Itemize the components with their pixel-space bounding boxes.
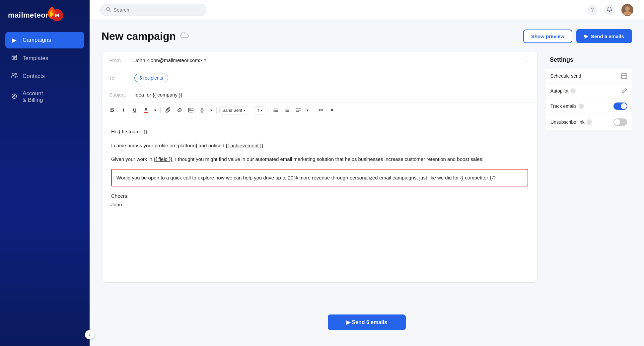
notifications-button[interactable] bbox=[604, 5, 615, 15]
send-emails-button[interactable]: ▶ Send 5 emails bbox=[576, 29, 632, 43]
firstname-var: {{ firstname }} bbox=[117, 129, 147, 134]
toggle-knob-unsubscribe bbox=[614, 119, 620, 125]
setting-row-schedule: Schedule send bbox=[546, 69, 632, 83]
sidebar-collapse-button[interactable]: ‹ bbox=[85, 330, 94, 339]
svg-point-22 bbox=[274, 110, 275, 111]
formatting-toolbar: B I U A ▾ bbox=[102, 103, 537, 118]
show-preview-button[interactable]: Show preview bbox=[523, 30, 572, 43]
svg-point-19 bbox=[189, 109, 190, 110]
align-arrow[interactable]: ▾ bbox=[305, 105, 310, 115]
email-value-prop: Given your work in {{ field }}, I though… bbox=[111, 155, 528, 164]
autopilot-info-icon[interactable]: i bbox=[570, 88, 576, 94]
user-avatar[interactable] bbox=[621, 4, 633, 16]
help-icon: ? bbox=[591, 7, 594, 13]
personalized-text: personalized bbox=[350, 175, 378, 180]
schedule-send-button[interactable] bbox=[621, 73, 627, 79]
unsubscribe-toggle[interactable] bbox=[613, 118, 627, 126]
toolbar-divider-2 bbox=[216, 107, 217, 113]
scroll-indicator bbox=[102, 283, 632, 311]
bold-button[interactable]: B bbox=[107, 105, 117, 115]
campaigns-icon: ▶ bbox=[11, 36, 18, 44]
field-var: {{ field }} bbox=[154, 156, 172, 162]
track-emails-info-icon[interactable]: i bbox=[579, 104, 584, 109]
content-area: New campaign Show preview ▶ Send 5 email… bbox=[90, 20, 644, 346]
sidebar-item-label-account: Account& Billing bbox=[23, 90, 43, 104]
underline-button[interactable]: U bbox=[130, 105, 140, 115]
setting-row-unsubscribe: Unsubscribe link i bbox=[546, 114, 632, 130]
sidebar-item-label-campaigns: Campaigns bbox=[23, 37, 51, 43]
sidebar-item-account[interactable]: Account& Billing bbox=[5, 86, 84, 108]
search-box[interactable] bbox=[100, 4, 206, 16]
help-button[interactable]: ? bbox=[587, 5, 598, 15]
from-label: From bbox=[109, 57, 129, 63]
track-emails-toggle[interactable] bbox=[613, 103, 627, 110]
recipients-badge[interactable]: 5 recipients bbox=[134, 74, 168, 82]
color-picker-arrow[interactable]: ▾ bbox=[152, 105, 158, 115]
schedule-send-label: Schedule send bbox=[550, 73, 581, 79]
setting-row-autopilot: Autopilot i bbox=[546, 84, 632, 98]
font-family-arrow: ▾ bbox=[244, 108, 245, 112]
align-button[interactable] bbox=[294, 105, 304, 115]
logo-text: mailmeteor bbox=[8, 11, 48, 20]
autopilot-text: Autopilot bbox=[550, 88, 568, 94]
svg-rect-35 bbox=[621, 74, 627, 79]
bottom-send-label: ▶ Send 5 emails bbox=[346, 319, 387, 325]
font-family-dropdown[interactable]: Sans Serif ▾ bbox=[219, 106, 248, 114]
image-button[interactable] bbox=[186, 105, 196, 115]
sidebar-item-contacts[interactable]: Contacts bbox=[5, 68, 84, 84]
svg-point-17 bbox=[625, 6, 630, 11]
link-button[interactable] bbox=[175, 105, 184, 115]
sidebar-item-campaigns[interactable]: ▶ Campaigns bbox=[5, 32, 84, 48]
settings-panel: Settings Schedule send bbox=[546, 51, 632, 283]
templates-icon bbox=[11, 54, 18, 62]
text-color-button[interactable]: A bbox=[141, 105, 151, 115]
from-value: John <john@mailmeteor.com> ▾ bbox=[134, 57, 518, 63]
header-actions: Show preview ▶ Send 5 emails bbox=[523, 29, 632, 43]
svg-point-9 bbox=[14, 95, 15, 97]
unsubscribe-info-icon[interactable]: i bbox=[587, 119, 592, 125]
search-input[interactable] bbox=[113, 7, 201, 13]
subject-text: Idea for {{ company }} bbox=[134, 92, 182, 98]
from-dropdown[interactable]: John <john@mailmeteor.com> ▾ bbox=[134, 57, 206, 63]
unsubscribe-label: Unsubscribe link i bbox=[550, 119, 592, 125]
field-menu-button[interactable]: ⋮ bbox=[524, 56, 530, 64]
sidebar-item-label-contacts: Contacts bbox=[23, 73, 45, 80]
sidebar-item-label-templates: Templates bbox=[23, 55, 48, 62]
collapse-icon: ‹ bbox=[89, 332, 90, 337]
italic-button[interactable]: I bbox=[118, 105, 128, 115]
toggle-knob bbox=[621, 103, 627, 109]
topbar: ? bbox=[90, 0, 644, 20]
sidebar: mailmeteor M ▶ Campaigns bbox=[0, 0, 90, 346]
svg-point-7 bbox=[15, 74, 17, 75]
page-header: New campaign Show preview ▶ Send 5 email… bbox=[102, 29, 632, 43]
competitor-var: {{ competitor }} bbox=[460, 175, 493, 180]
code-button[interactable]: <> bbox=[316, 105, 326, 115]
unsubscribe-text: Unsubscribe link bbox=[550, 119, 585, 125]
unordered-list-button[interactable] bbox=[271, 105, 281, 115]
ordered-list-button[interactable]: 1. 2. 3. bbox=[282, 105, 292, 115]
search-icon bbox=[106, 7, 111, 13]
email-intro: I came across your profile on [platform]… bbox=[111, 141, 528, 150]
sidebar-item-templates[interactable]: Templates bbox=[5, 50, 84, 67]
autopilot-button[interactable] bbox=[621, 88, 627, 94]
email-body[interactable]: Hi {{ firstname }}, I came across your p… bbox=[102, 118, 537, 282]
setting-row-track-emails: Track emails i bbox=[546, 99, 632, 114]
scroll-line bbox=[367, 288, 367, 308]
page-title: New campaign bbox=[102, 30, 176, 42]
variable-button[interactable]: {} bbox=[197, 105, 207, 115]
toolbar-divider-5 bbox=[313, 107, 313, 113]
bottom-area: ▶ Send 5 emails bbox=[102, 311, 632, 337]
subject-value: Idea for {{ company }} bbox=[134, 92, 530, 98]
main-area: ? New c bbox=[90, 0, 644, 346]
variable-arrow[interactable]: ▾ bbox=[208, 105, 214, 115]
bottom-send-button[interactable]: ▶ Send 5 emails bbox=[328, 314, 406, 330]
to-value: 5 recipients bbox=[134, 74, 530, 82]
svg-rect-18 bbox=[188, 108, 193, 112]
clear-formatting-button[interactable]: ✕ bbox=[327, 105, 337, 115]
attach-button[interactable] bbox=[163, 105, 173, 115]
font-size-dropdown[interactable]: T ▾ bbox=[254, 106, 265, 114]
email-composer: From John <john@mailmeteor.com> ▾ ⋮ To 5… bbox=[102, 51, 538, 283]
svg-point-6 bbox=[12, 73, 15, 76]
bell-icon bbox=[607, 6, 612, 14]
calendar-icon bbox=[621, 73, 627, 79]
